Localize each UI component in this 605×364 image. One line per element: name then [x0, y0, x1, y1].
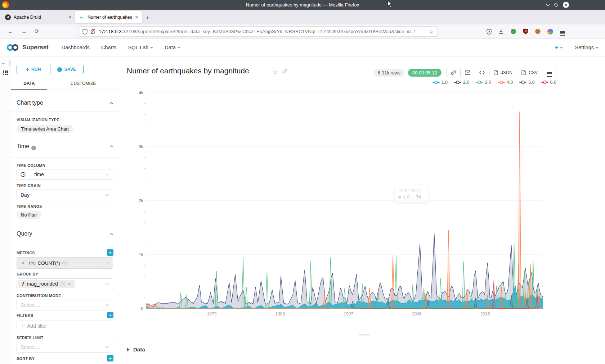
timeseries-chart[interactable]: 4k3k2k1k019791988199720062015 — [137, 88, 549, 321]
reload-icon[interactable]: ⟳ — [35, 28, 39, 35]
privacy-badger-icon[interactable] — [510, 28, 516, 35]
chevron-up-icon[interactable] — [110, 102, 113, 106]
caret-right-icon — [127, 348, 130, 351]
link-icon — [451, 70, 456, 75]
series-limit-label: SERIES LIMIT — [17, 336, 44, 340]
csv-file-icon: x — [521, 70, 526, 75]
data-results-panel: Data — [119, 341, 605, 364]
svg-text:0: 0 — [141, 306, 143, 311]
legend-item-5.0[interactable]: 5.0 — [519, 80, 534, 85]
remove-metric-icon[interactable]: ✕ — [17, 260, 28, 265]
legend-marker-icon — [454, 81, 461, 84]
save-icon: ↓ — [57, 67, 62, 72]
druid-favicon-icon: d — [5, 14, 11, 20]
expand-panel-icon[interactable]: →⎹ — [1, 60, 10, 66]
ublock-icon[interactable]: uO — [523, 28, 529, 35]
group-by-chip[interactable]: ƒ mag_rounded ? ✕ — [18, 280, 75, 288]
email-button[interactable] — [461, 68, 475, 77]
url-bar[interactable]: 172.18.0.3:32108/superset/explore/?form_… — [79, 26, 438, 37]
forward-icon[interactable]: → — [21, 28, 27, 35]
metric-item[interactable]: ✕ ƒ(x) COUNT(*) ? › — [17, 257, 113, 269]
copy-link-button[interactable] — [447, 68, 461, 77]
chevron-up-icon[interactable] — [110, 233, 113, 237]
tab-close-icon[interactable]: ✕ — [135, 15, 138, 20]
url-path: :32108/superset/explore/?form_data_key=K… — [122, 29, 416, 34]
series-limit-select[interactable]: Select ... — [17, 342, 113, 352]
back-icon[interactable]: ← — [8, 28, 13, 35]
tab-data[interactable]: DATA — [11, 79, 47, 90]
series-4.0 — [146, 112, 541, 309]
nav-sql-lab[interactable]: SQL Lab — [128, 45, 153, 50]
time-grain-select[interactable]: Day — [17, 190, 113, 200]
superset-brand[interactable]: Superset — [6, 44, 49, 51]
info-icon: i — [31, 146, 36, 150]
edit-icon[interactable] — [282, 68, 287, 75]
help-icon: ? — [60, 282, 65, 286]
expand-metric-icon[interactable]: › — [103, 258, 113, 268]
close-icon[interactable]: ✕ — [563, 2, 569, 8]
chart-legend: 1.02.03.04.05.06.0 — [433, 80, 556, 85]
legend-item-4.0[interactable]: 4.0 — [498, 80, 513, 85]
panel-tabs: DATA CUSTOMIZE — [11, 79, 119, 90]
maximize-icon[interactable] — [554, 3, 559, 7]
more-options-button[interactable] — [542, 68, 556, 77]
add-filter-plus-button[interactable]: + — [107, 312, 113, 318]
remove-chip-icon[interactable]: ✕ — [68, 282, 71, 286]
legend-item-1.0[interactable]: 1.0 — [433, 80, 448, 85]
favorite-star-icon[interactable]: ☆ — [273, 68, 278, 76]
contribution-mode-label: CONTRIBUTION MODE — [17, 294, 61, 298]
tab-customize[interactable]: CUSTOMIZE — [47, 79, 119, 90]
section-time[interactable]: Timei — [17, 143, 36, 150]
data-panel-toggle[interactable]: Data — [127, 346, 145, 352]
svg-text:1997: 1997 — [344, 311, 353, 317]
column-icon: ƒ — [22, 281, 24, 287]
embed-code-button[interactable] — [475, 68, 489, 77]
pocket-shield-icon[interactable] — [486, 28, 492, 35]
tab-superset-chart[interactable]: ∞ Numer of earthquakes by ✕ — [75, 11, 142, 23]
add-sort-by-button[interactable]: + — [107, 355, 113, 361]
minimize-icon[interactable] — [546, 2, 550, 6]
settings-menu[interactable]: Settings — [575, 45, 599, 50]
save-button[interactable]: ↓ SAVE — [50, 65, 84, 74]
chart-actions: .JSON x .CSV — [446, 68, 556, 77]
tab-apache-druid[interactable]: d Apache Druid ✕ — [1, 11, 75, 23]
tracking-shield-icon[interactable] — [82, 29, 88, 35]
cookie-icon[interactable] — [535, 28, 541, 35]
section-query[interactable]: Query — [17, 231, 32, 237]
viz-type-value[interactable]: Time-series Area Chart — [17, 125, 73, 133]
legend-item-6.0[interactable]: 6.0 — [541, 80, 556, 85]
menu-icon[interactable] — [559, 28, 565, 35]
chevron-up-icon[interactable] — [110, 146, 113, 149]
add-filter-dropzone[interactable]: + Add filter — [17, 320, 113, 331]
section-chart-type[interactable]: Chart type — [17, 100, 43, 106]
url-host: 172.18.0.3 — [99, 29, 122, 34]
nav-charts[interactable]: Charts — [101, 45, 117, 50]
tab-close-icon[interactable]: ✕ — [68, 15, 72, 20]
dataset-grid-icon[interactable] — [3, 70, 8, 75]
panel-resize-handle[interactable] — [359, 334, 369, 337]
add-new-button[interactable]: + — [555, 44, 563, 51]
containers-icon[interactable] — [547, 28, 553, 35]
legend-item-3.0[interactable]: 3.0 — [476, 80, 491, 85]
time-column-select[interactable]: __time — [17, 169, 113, 180]
export-csv-button[interactable]: x .CSV — [517, 68, 542, 77]
legend-marker-icon — [519, 81, 526, 84]
svg-text:2k: 2k — [139, 198, 144, 203]
run-button[interactable]: RUN — [17, 65, 50, 74]
plus-icon: + — [21, 323, 24, 329]
time-range-value[interactable]: No filter — [17, 211, 41, 219]
metrics-label: METRICS — [17, 251, 35, 255]
chevron-down-icon — [106, 172, 109, 176]
export-json-button[interactable]: .JSON — [489, 68, 517, 77]
insecure-lock-icon[interactable] — [90, 29, 95, 34]
legend-item-2.0[interactable]: 2.0 — [454, 80, 469, 85]
new-tab-button[interactable]: + — [145, 14, 149, 22]
download-icon[interactable] — [498, 28, 504, 35]
chart-area: Numer of earthquakes by magnitude ☆ 6.31… — [119, 56, 605, 364]
add-metric-button[interactable]: + — [107, 249, 113, 256]
contribution-mode-select[interactable]: Select ... — [17, 300, 113, 310]
nav-data[interactable]: Data — [165, 45, 180, 50]
group-by-select[interactable]: ƒ mag_rounded ? ✕ — [17, 278, 113, 289]
bookmark-star-icon[interactable]: ☆ — [429, 29, 434, 35]
nav-dashboards[interactable]: Dashboards — [62, 45, 90, 50]
